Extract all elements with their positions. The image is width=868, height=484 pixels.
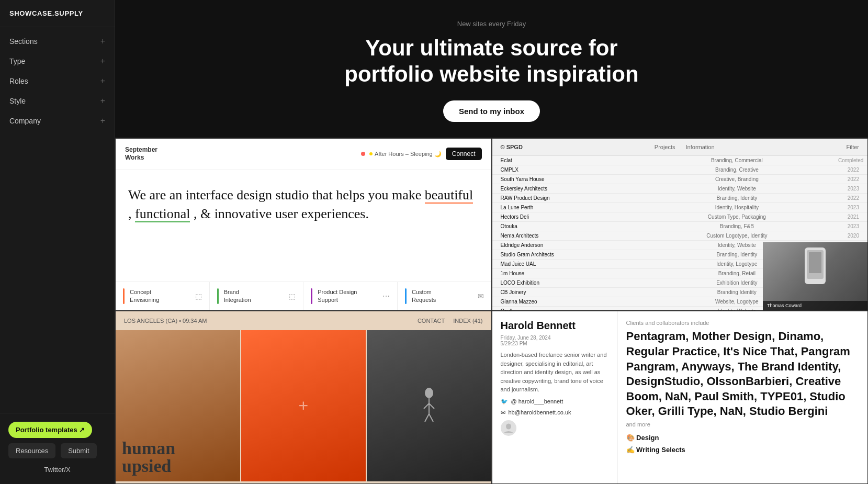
sidebar-bottom: Portfolio templates ↗ Resources Submit T… [0, 413, 115, 484]
card1-status: After Hours – Sleeping 🌙 [369, 151, 442, 157]
hero-subtitle: New sites every Friday [136, 20, 847, 28]
table-row[interactable]: La Lune PerthIdentity, Hospitality2023 [492, 203, 868, 212]
sidebar-item-roles[interactable]: Roles + [0, 71, 115, 91]
resources-button[interactable]: Resources [8, 443, 55, 458]
sidebar-item-style[interactable]: Style + [0, 91, 115, 111]
sidebar-item-sections[interactable]: Sections + [0, 31, 115, 51]
table-row[interactable]: South Yarra HouseCreative, Branding2022 [492, 175, 868, 184]
card4-right: Clients and collaborators include Pentag… [618, 311, 868, 483]
card-harold-bennett: Harold Bennett Friday, June 28, 20245/29… [492, 311, 869, 484]
svg-rect-2 [809, 252, 821, 273]
category-brand-label: BrandIntegration [224, 288, 289, 305]
sections-plus-icon: + [100, 37, 105, 46]
card-september-works: September Works After Hours – Sleeping 🌙… [115, 138, 492, 311]
hero-section: New sites every Friday Your ultimate sou… [115, 0, 868, 138]
svg-point-9 [506, 423, 511, 429]
card4-name: Harold Bennett [501, 320, 609, 332]
hero-title: Your ultimate source for portfolio websi… [136, 35, 847, 88]
status-dot-icon [369, 152, 373, 155]
type-plus-icon: + [100, 57, 105, 66]
table-row[interactable]: Hectors DeliCustom Type, Packaging2021 [492, 212, 868, 222]
card3-image-2: + [241, 330, 366, 481]
category-concept-label: ConceptEnvisioning [130, 288, 195, 305]
table-row[interactable]: Nema ArchitectsCustom Logotype, Identity… [492, 231, 868, 241]
category-concept-icon: ⬚ [195, 292, 202, 300]
card4-section-writing[interactable]: ✍ Writing Selects [626, 446, 860, 454]
card3-nav: CONTACT INDEX (41) [418, 318, 483, 324]
company-plus-icon: + [100, 116, 105, 126]
category-accent-purple [311, 288, 312, 304]
category-brand-icon: ⬚ [289, 292, 296, 300]
svg-point-3 [425, 388, 433, 398]
card4-handle: 🐦 @ harold___bennett [501, 398, 609, 405]
card2-tab-projects[interactable]: Projects [655, 144, 675, 150]
card3-plus-icon: + [298, 396, 308, 415]
card3-index[interactable]: INDEX (41) [453, 318, 482, 324]
card2-filter[interactable]: Filter [847, 144, 859, 150]
preview-label: Thomas Coward [763, 301, 867, 310]
twitter-button[interactable]: Twitter/X [8, 464, 106, 476]
card2-tabs: Projects Information [655, 144, 715, 150]
card4-and-more: and more [626, 421, 860, 427]
category-accent-blue [405, 288, 407, 304]
category-brand[interactable]: BrandIntegration ⬚ [210, 282, 304, 311]
card1-body: We are an interface design studio that h… [116, 170, 491, 282]
card3-text-bottom: humanupsied [122, 440, 175, 475]
card3-header: LOS ANGELES (CA) • 09:34 AM CONTACT INDE… [116, 311, 491, 330]
card4-avatar [501, 420, 516, 436]
table-row[interactable]: RAW Product DesignBranding, Identity2022 [492, 194, 868, 203]
sidebar-logo: SHOWCASE.SUPPLY [0, 0, 115, 27]
card1-categories: ConceptEnvisioning ⬚ BrandIntegration ⬚ … [116, 282, 491, 311]
main-content: New sites every Friday Your ultimate sou… [115, 0, 868, 484]
card1-dot-icon [361, 152, 365, 156]
card2-tab-info[interactable]: Information [686, 144, 715, 150]
category-custom[interactable]: CustomRequests ✉ [398, 282, 491, 311]
table-row[interactable]: EclatBranding, CommercialCompleted [492, 156, 868, 165]
sidebar-nav: Sections + Type + Roles + Style + Compan… [0, 27, 115, 413]
card3-images: humanupsied + [116, 330, 491, 481]
card4-email-icon: ✉ [501, 409, 505, 416]
category-custom-icon: ✉ [478, 292, 484, 300]
sidebar-item-type[interactable]: Type + [0, 51, 115, 71]
preview-image [763, 242, 867, 310]
card-los-angeles: LOS ANGELES (CA) • 09:34 AM CONTACT INDE… [115, 311, 492, 484]
card4-sections: 🎨 Design ✍ Writing Selects [626, 434, 860, 454]
card3-location: LOS ANGELES (CA) • 09:34 AM [124, 318, 207, 324]
portfolio-templates-button[interactable]: Portfolio templates ↗ [8, 422, 92, 438]
submit-button[interactable]: Submit [61, 443, 96, 458]
card4-email: ✉ hb@haroldbennett.co.uk [501, 409, 609, 416]
roles-plus-icon: + [100, 76, 105, 86]
card4-date: Friday, June 28, 20245/29:23 PM [501, 335, 609, 346]
card4-clients-text: Pentagram, Mother Design, Dinamo, Regula… [626, 329, 860, 419]
card4-clients-label: Clients and collaborators include [626, 320, 860, 326]
card1-top-bar: September Works After Hours – Sleeping 🌙… [116, 139, 491, 170]
card1-connect-button[interactable]: Connect [446, 148, 482, 160]
card2-preview: Thomas Coward [763, 242, 867, 310]
category-product-icon: ⋯ [382, 292, 390, 300]
category-product-label: Product DesignSupport [318, 288, 382, 305]
svg-line-8 [429, 414, 433, 422]
category-concept[interactable]: ConceptEnvisioning ⬚ [116, 282, 210, 311]
style-plus-icon: + [100, 96, 105, 106]
card1-body-text: We are an interface design studio that h… [128, 186, 479, 224]
hero-cta-button[interactable]: Send to my inbox [443, 100, 540, 122]
card3-contact[interactable]: CONTACT [418, 318, 445, 324]
bottom-links: Resources Submit [8, 443, 106, 458]
cards-grid: September Works After Hours – Sleeping 🌙… [115, 138, 868, 484]
card3-image-3 [367, 330, 491, 481]
card4-desc: London-based freelance senior writer and… [501, 351, 609, 394]
svg-line-7 [425, 414, 429, 422]
card4-section-design[interactable]: 🎨 Design [626, 434, 860, 442]
table-row[interactable]: CMPLXBranding, Creative2022 [492, 165, 868, 175]
card1-logo: September Works [125, 146, 157, 162]
table-row[interactable]: OtoukaBranding, F&B2023 [492, 222, 868, 231]
table-row[interactable]: Eckersley ArchitectsIdentity, Website202… [492, 184, 868, 194]
sidebar: SHOWCASE.SUPPLY Sections + Type + Roles … [0, 0, 115, 484]
card-spgd: © SPGD Projects Information Filter Eclat… [492, 138, 869, 311]
card4-handle-text: 🐦 [501, 398, 508, 405]
category-product[interactable]: Product DesignSupport ⋯ [303, 282, 398, 311]
card1-controls: After Hours – Sleeping 🌙 Connect [361, 148, 481, 160]
sidebar-item-company[interactable]: Company + [0, 111, 115, 131]
svg-line-5 [424, 403, 429, 409]
card3-image-1: humanupsied [116, 330, 240, 481]
